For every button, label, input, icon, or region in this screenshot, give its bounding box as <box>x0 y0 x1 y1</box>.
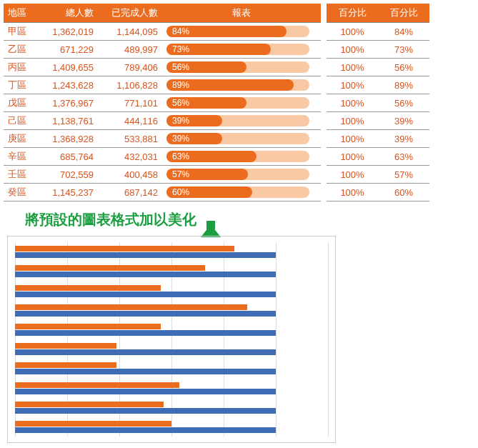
cell-region: 庚區 <box>4 130 39 148</box>
cell-region: 丁區 <box>4 76 39 94</box>
progress-label: 60% <box>172 186 189 198</box>
cell-report: 63% <box>162 148 321 166</box>
progress-bar: 73% <box>166 44 309 55</box>
cell-pct2: 39% <box>378 130 429 148</box>
chart-bar-orange <box>15 362 116 368</box>
chart-bar-blue <box>15 330 276 336</box>
table-row: 辛區685,764432,03163% <box>4 148 321 166</box>
progress-bar: 84% <box>166 26 309 37</box>
table-row: 100%57% <box>327 166 429 184</box>
cell-done: 789,406 <box>98 59 162 76</box>
main-table: 地區 總人數 已完成人數 報表 甲區1,362,0191,144,09584%乙… <box>4 4 321 201</box>
cell-pct1: 100% <box>327 41 378 59</box>
cell-report: 56% <box>162 94 321 112</box>
cell-region: 丙區 <box>4 59 39 76</box>
progress-bar: 57% <box>166 169 309 180</box>
cell-total: 702,559 <box>39 166 98 184</box>
progress-label: 39% <box>172 133 189 144</box>
chart-bar-blue <box>15 349 276 355</box>
cell-pct2: 89% <box>378 76 429 94</box>
th-region: 地區 <box>4 4 39 23</box>
progress-label: 84% <box>172 26 189 37</box>
table-row: 甲區1,362,0191,144,09584% <box>4 23 321 41</box>
cell-pct1: 100% <box>327 148 378 166</box>
progress-label: 39% <box>172 115 189 126</box>
cell-pct2: 63% <box>378 148 429 166</box>
cell-pct1: 100% <box>327 112 378 130</box>
cell-total: 1,145,237 <box>39 184 98 201</box>
progress-bar: 39% <box>166 133 309 144</box>
table-row: 戊區1,376,967771,10156% <box>4 94 321 112</box>
cell-region: 乙區 <box>4 41 39 59</box>
table-row: 100%63% <box>327 148 429 166</box>
chart-bar-orange <box>15 246 234 252</box>
cell-total: 685,764 <box>39 148 98 166</box>
cell-done: 400,458 <box>98 166 162 184</box>
chart-bar-orange <box>15 343 116 349</box>
cell-region: 癸區 <box>4 184 39 201</box>
chart-bar-blue <box>15 311 276 317</box>
progress-bar: 60% <box>166 186 309 198</box>
cell-region: 戊區 <box>4 94 39 112</box>
cell-total: 1,138,761 <box>39 112 98 130</box>
cell-pct2: 84% <box>378 23 429 41</box>
cell-pct2: 56% <box>378 59 429 76</box>
cell-report: 56% <box>162 59 321 76</box>
progress-bar: 56% <box>166 61 309 73</box>
table-row: 壬區702,559400,45857% <box>4 166 321 184</box>
cell-region: 甲區 <box>4 23 39 41</box>
progress-bar: 56% <box>166 97 309 109</box>
cell-total: 671,229 <box>39 41 98 59</box>
chart-bar-blue <box>15 427 276 433</box>
cell-total: 1,409,655 <box>39 59 98 76</box>
cell-pct1: 100% <box>327 184 378 201</box>
chart-bar-orange <box>15 402 164 407</box>
chart-bar-blue <box>15 272 276 277</box>
top-area: 地區 總人數 已完成人數 報表 甲區1,362,0191,144,09584%乙… <box>4 4 474 201</box>
cell-total: 1,368,928 <box>39 130 98 148</box>
progress-label: 56% <box>172 61 189 73</box>
cell-total: 1,362,019 <box>39 23 98 41</box>
cell-done: 771,101 <box>98 94 162 112</box>
progress-label: 73% <box>172 44 189 55</box>
table-row: 100%84% <box>327 23 429 41</box>
cell-pct1: 100% <box>327 76 378 94</box>
cell-pct1: 100% <box>327 166 378 184</box>
table-row: 100%60% <box>327 184 429 201</box>
progress-label: 56% <box>172 97 189 109</box>
annotation-text: 將預設的圖表格式加以美化 <box>25 210 196 229</box>
cell-region: 己區 <box>4 112 39 130</box>
side-table: 百分比 百分比 100%84%100%73%100%56%100%89%100%… <box>327 4 429 201</box>
cell-pct1: 100% <box>327 94 378 112</box>
cell-pct2: 73% <box>378 41 429 59</box>
cell-done: 533,881 <box>98 130 162 148</box>
table-row: 乙區671,229489,99773% <box>4 41 321 59</box>
cell-total: 1,376,967 <box>39 94 98 112</box>
cell-done: 1,144,095 <box>98 23 162 41</box>
chart-bar-orange <box>15 382 179 388</box>
chart-bar-orange <box>15 304 247 310</box>
default-chart <box>7 236 336 443</box>
cell-report: 84% <box>162 23 321 41</box>
chart-bar-blue <box>15 408 276 414</box>
chart-bar-blue <box>15 369 276 374</box>
chart-bar-orange <box>15 324 161 329</box>
progress-label: 57% <box>172 169 189 180</box>
cell-done: 444,116 <box>98 112 162 130</box>
th-done: 已完成人數 <box>98 4 162 23</box>
chart-bar-blue <box>15 292 276 297</box>
cell-pct2: 57% <box>378 166 429 184</box>
chart-bar-orange <box>15 421 171 427</box>
table-row: 丁區1,243,6281,106,82889% <box>4 76 321 94</box>
progress-bar: 89% <box>166 79 309 91</box>
chart-bar-orange <box>15 285 161 291</box>
cell-done: 432,031 <box>98 148 162 166</box>
cell-done: 1,106,828 <box>98 76 162 94</box>
table-row: 100%39% <box>327 112 429 130</box>
progress-bar: 63% <box>166 151 309 162</box>
progress-label: 89% <box>172 79 189 91</box>
chart-bar-blue <box>15 252 276 258</box>
cell-pct2: 56% <box>378 94 429 112</box>
table-row: 100%89% <box>327 76 429 94</box>
th-total: 總人數 <box>39 4 98 23</box>
